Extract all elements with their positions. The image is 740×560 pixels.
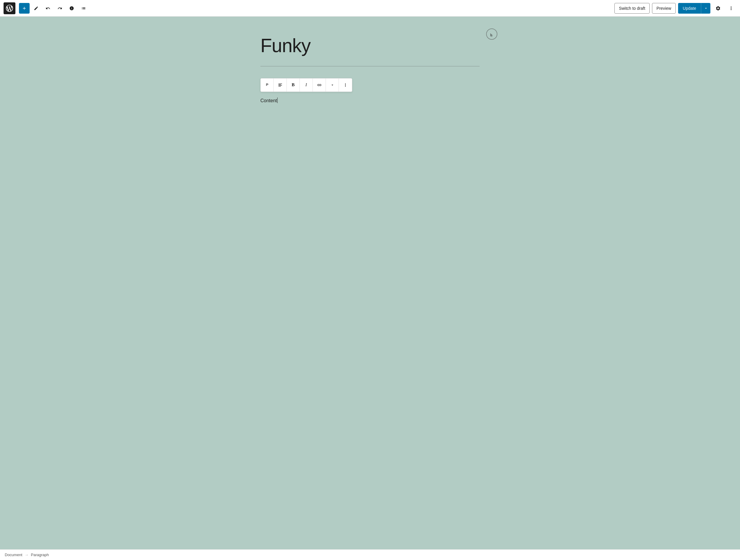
align-button[interactable] [274,79,287,92]
more-options-button[interactable] [726,3,736,14]
chevron-down-icon [330,83,335,87]
wordpress-icon [6,5,13,12]
block-more-button[interactable] [339,79,352,92]
add-block-button[interactable] [19,3,30,14]
redo-icon [58,6,62,11]
update-button[interactable]: Update [678,3,701,14]
update-arrow-button[interactable] [701,3,710,14]
breadcrumb-document[interactable]: Document [5,553,22,557]
link-icon [317,83,322,87]
breadcrumb-separator: → [24,553,28,557]
paragraph-icon [265,83,270,87]
editor-area: Funky [0,17,740,549]
edit-button[interactable] [31,3,41,14]
post-title[interactable]: Funky [260,34,480,57]
gear-icon [716,6,721,11]
bold-button[interactable]: B [287,79,300,92]
italic-label: I [305,82,307,87]
undo-button[interactable] [43,3,53,14]
paragraph-content: Content [260,98,277,103]
info-button[interactable] [66,3,77,14]
align-icon [278,83,283,87]
top-toolbar: Switch to draft Preview Update [0,0,740,17]
list-icon [81,6,86,11]
status-bar: Document → Paragraph [0,549,740,560]
cursor-arrow-icon [490,33,493,37]
switch-draft-button[interactable]: Switch to draft [615,3,650,14]
arrow-down-icon [704,6,708,10]
list-view-button[interactable] [78,3,89,14]
text-cursor [277,97,278,103]
settings-button[interactable] [713,3,723,14]
wp-logo [4,2,15,14]
breadcrumb-paragraph[interactable]: Paragraph [31,553,49,557]
cursor-indicator [486,28,497,40]
redo-button[interactable] [55,3,65,14]
editor-content: Funky [260,34,480,105]
update-group: Update [678,3,710,14]
info-icon [69,6,74,11]
plus-icon [22,6,27,11]
block-type-button[interactable] [261,79,274,92]
paragraph-block[interactable]: Content [260,97,480,105]
italic-button[interactable]: I [300,79,313,92]
more-vertical-icon [343,83,348,87]
undo-icon [45,6,51,11]
ellipsis-icon [728,6,734,11]
block-toolbar: B I [260,78,352,92]
right-actions: Switch to draft Preview Update [615,3,736,14]
more-formats-button[interactable] [326,79,339,92]
pen-icon [34,6,38,11]
link-button[interactable] [313,79,326,92]
preview-button[interactable]: Preview [652,3,676,14]
bold-label: B [291,82,294,87]
